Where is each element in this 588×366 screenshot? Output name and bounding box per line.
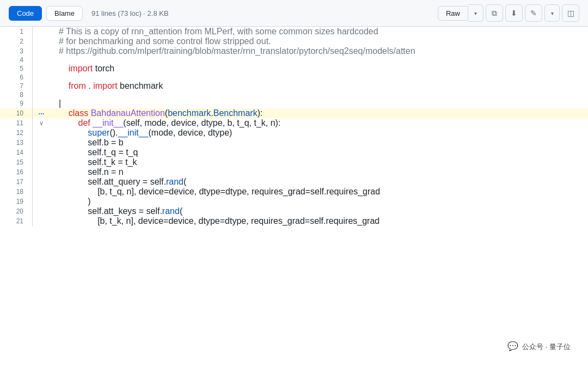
- line-code: class BahdanauAttention(benchmark.Benchm…: [50, 108, 588, 118]
- collapse-icon[interactable]: ∨: [33, 118, 50, 128]
- line-code: [50, 91, 588, 99]
- line-icon-empty: [33, 138, 50, 148]
- line-number: 6: [0, 74, 33, 81]
- line-number: 18: [0, 187, 33, 197]
- line-number: 12: [0, 128, 33, 138]
- toolbar: Code Blame 91 lines (73 loc) · 2.8 KB Ra…: [0, 0, 588, 27]
- line-number: 15: [0, 157, 33, 167]
- line-icon-empty: [33, 74, 50, 81]
- line-code: [50, 56, 588, 64]
- line-code: import torch: [50, 64, 588, 74]
- line-number: 3: [0, 46, 33, 56]
- table-row: 12 super().__init__(mode, device, dtype): [0, 128, 588, 138]
- table-row: 21 [b, t_k, n], device=device, dtype=dty…: [0, 216, 588, 226]
- line-icon-empty: [33, 46, 50, 56]
- code-tab[interactable]: Code: [9, 6, 42, 21]
- line-code: [b, t_q, n], device=device, dtype=dtype,…: [50, 187, 588, 197]
- table-row: 19 ): [0, 197, 588, 206]
- line-icon-empty: [33, 177, 50, 187]
- line-icon-empty: [33, 27, 50, 36]
- line-code: [50, 74, 588, 81]
- line-number: 20: [0, 206, 33, 216]
- table-row: 10··· class BahdanauAttention(benchmark.…: [0, 108, 588, 118]
- line-code: # https://github.com/mlperf/training/blo…: [50, 46, 588, 56]
- table-row: 6: [0, 74, 588, 81]
- line-number: 21: [0, 216, 33, 226]
- line-icon-empty: [33, 187, 50, 197]
- line-code: [b, t_k, n], device=device, dtype=dtype,…: [50, 216, 588, 226]
- line-icon-empty: [33, 167, 50, 177]
- line-number: 14: [0, 148, 33, 157]
- line-code: self.t_q = t_q: [50, 148, 588, 157]
- download-button[interactable]: ⬇: [505, 4, 523, 22]
- table-row: 16 self.n = n: [0, 167, 588, 177]
- table-row: 20 self.att_keys = self.rand(: [0, 206, 588, 216]
- line-code: ): [50, 197, 588, 206]
- line-code: # This is a copy of rnn_attention from M…: [50, 27, 588, 36]
- line-code: # for benchmarking and some control flow…: [50, 36, 588, 46]
- line-number: 16: [0, 167, 33, 177]
- line-number: 13: [0, 138, 33, 148]
- raw-dropdown[interactable]: ▾: [468, 4, 483, 22]
- code-area: 1# This is a copy of rnn_attention from …: [0, 27, 588, 226]
- table-row: 5 import torch: [0, 64, 588, 74]
- line-code: self.t_k = t_k: [50, 157, 588, 167]
- edit-dropdown[interactable]: ▾: [544, 4, 560, 22]
- line-icon-empty: [33, 197, 50, 206]
- line-icon-empty: [33, 91, 50, 99]
- line-code: super().__init__(mode, device, dtype): [50, 128, 588, 138]
- line-icon-empty: [33, 128, 50, 138]
- line-number: 11: [0, 118, 33, 128]
- line-code: self.n = n: [50, 167, 588, 177]
- line-icon-empty: [33, 64, 50, 74]
- line-code: self.att_keys = self.rand(: [50, 206, 588, 216]
- line-icon-empty: [33, 216, 50, 226]
- copy-button[interactable]: ⧉: [486, 4, 503, 22]
- line-code: |: [50, 99, 588, 108]
- table-row: 9|: [0, 99, 588, 108]
- line-number: 8: [0, 91, 33, 99]
- table-row: 11∨ def __init__(self, mode, device, dty…: [0, 118, 588, 128]
- file-info: 91 lines (73 loc) · 2.8 KB: [91, 9, 169, 17]
- table-row: 2# for benchmarking and some control flo…: [0, 36, 588, 46]
- line-number: 7: [0, 81, 33, 91]
- blame-tab[interactable]: Blame: [46, 6, 83, 21]
- line-number: 1: [0, 27, 33, 36]
- line-icon-empty: [33, 36, 50, 46]
- table-row: 13 self.b = b: [0, 138, 588, 148]
- symbols-button[interactable]: ◫: [562, 4, 579, 22]
- line-number: 2: [0, 36, 33, 46]
- line-number: 10: [0, 108, 33, 118]
- line-icon-empty: [33, 148, 50, 157]
- ellipsis-icon[interactable]: ···: [33, 108, 50, 118]
- line-icon-empty: [33, 99, 50, 108]
- edit-button[interactable]: ✎: [525, 4, 542, 22]
- table-row: 8: [0, 91, 588, 99]
- line-code: from . import benchmark: [50, 81, 588, 91]
- line-number: 19: [0, 197, 33, 206]
- line-icon-empty: [33, 81, 50, 91]
- line-code: def __init__(self, mode, device, dtype, …: [50, 118, 588, 128]
- line-code: self.att_query = self.rand(: [50, 177, 588, 187]
- line-number: 9: [0, 99, 33, 108]
- table-row: 18 [b, t_q, n], device=device, dtype=dty…: [0, 187, 588, 197]
- line-icon-empty: [33, 56, 50, 64]
- line-icon-empty: [33, 206, 50, 216]
- table-row: 15 self.t_k = t_k: [0, 157, 588, 167]
- table-row: 4: [0, 56, 588, 64]
- raw-button[interactable]: Raw: [438, 6, 468, 21]
- table-row: 1# This is a copy of rnn_attention from …: [0, 27, 588, 36]
- table-row: 17 self.att_query = self.rand(: [0, 177, 588, 187]
- line-number: 4: [0, 56, 33, 64]
- line-number: 17: [0, 177, 33, 187]
- table-row: 3# https://github.com/mlperf/training/bl…: [0, 46, 588, 56]
- line-icon-empty: [33, 157, 50, 167]
- line-code: self.b = b: [50, 138, 588, 148]
- table-row: 14 self.t_q = t_q: [0, 148, 588, 157]
- table-row: 7 from . import benchmark: [0, 81, 588, 91]
- line-number: 5: [0, 64, 33, 74]
